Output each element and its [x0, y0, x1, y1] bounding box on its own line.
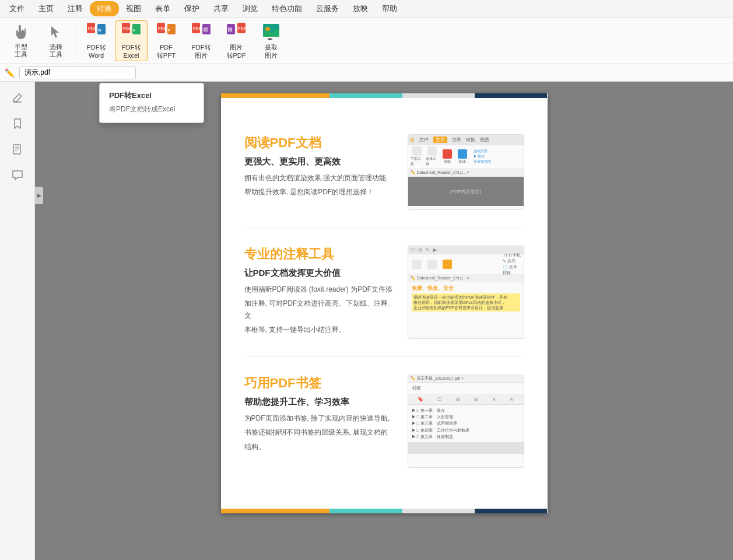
select-tool-button[interactable]: 选择 工具 — [40, 20, 72, 61]
dropdown-title: PDF转Excel — [100, 88, 204, 103]
hand-tool-icon — [10, 23, 31, 43]
dropdown-description: 将PDF文档转成Excel — [100, 103, 204, 118]
pdf-to-excel-button[interactable]: PDF → X PDF转 Excel — [115, 20, 148, 61]
section-annotate-text2: 加注释, 可对PDF文档进行高亮、下划线、注释、文 — [244, 298, 402, 321]
image-to-pdf-label: 图片 转PDF — [227, 44, 246, 59]
section-bookmark-subtitle: 帮助您提升工作、学习效率 — [244, 397, 402, 408]
pdf-section-read: 阅读PDF文档 更强大、更实用、更高效 拥有出色的文档渲染效果,强大的页面管理功… — [244, 134, 524, 210]
pdf-section-annotate: 专业的注释工具 让PDF文档发挥更大价值 使用福昕PDF阅读器 (foxit r… — [244, 246, 524, 339]
section-annotate-subtitle: 让PDF文档发挥更大价值 — [244, 268, 402, 279]
menu-bar: 文件 主页 注释 转换 视图 表单 保护 共享 浏览 特色功能 云服务 放映 帮… — [0, 0, 733, 18]
svg-rect-28 — [13, 145, 20, 154]
section-read-title: 阅读PDF文档 — [244, 134, 402, 152]
left-sidebar — [0, 82, 35, 560]
menu-browse[interactable]: 浏览 — [236, 1, 265, 16]
svg-text:W: W — [98, 29, 101, 32]
toolbar: 手型 工具 选择 工具 PDF → W PDF转 Wo — [0, 18, 733, 64]
pdf-divider-2 — [244, 356, 524, 357]
pdf-to-excel-icon: PDF → X — [121, 22, 142, 43]
svg-text:🖼: 🖼 — [203, 27, 208, 33]
menu-share[interactable]: 共享 — [206, 1, 236, 16]
pdf-divider-1 — [244, 228, 524, 228]
menu-file[interactable]: 文件 — [2, 1, 31, 16]
pdf-bottom-bar — [221, 509, 548, 513]
pdf-viewer[interactable]: 阅读PDF文档 更强大、更实用、更高效 拥有出色的文档渲染效果,强大的页面管理功… — [35, 82, 733, 560]
pdf-thumbnail-read: G 文件主页注释转换视图 手型工具 选择工具 剪辑 — [408, 134, 524, 210]
section-bookmark-text1: 为PDF页面添加书签, 除了实现内容的快速导航, — [244, 412, 402, 424]
pdf-to-ppt-svg: PDF → P — [156, 22, 177, 43]
svg-text:🖼: 🖼 — [227, 27, 232, 33]
svg-text:X: X — [133, 29, 135, 32]
hand-svg — [13, 24, 29, 40]
menu-view[interactable]: 视图 — [119, 1, 148, 16]
pdf-color-bar — [221, 93, 548, 98]
select-svg — [48, 24, 64, 40]
pdf-to-image-svg: PDF → 🖼 — [191, 22, 212, 43]
svg-text:P: P — [168, 29, 170, 32]
menu-slideshow[interactable]: 放映 — [346, 1, 375, 16]
pdf-to-word-icon: PDF → W — [86, 22, 107, 43]
extract-image-svg — [261, 22, 282, 43]
sidebar-page-icon[interactable] — [6, 138, 29, 161]
pdf-thumbnail-bookmark: ✏️ 员工手册_20120917.pdf × 书签 🔖☐⊞⊟AA' ▶ □ 第一… — [408, 374, 524, 468]
sidebar-bookmark-icon[interactable] — [6, 112, 29, 135]
extract-image-label: 提取 图片 — [265, 44, 278, 59]
dropdown-tooltip: PDF转Excel 将PDF文档转成Excel — [99, 83, 204, 123]
filename-input[interactable] — [19, 66, 136, 79]
section-read-text1: 拥有出色的文档渲染效果,强大的页面管理功能, — [244, 172, 402, 184]
pdf-to-word-button[interactable]: PDF → W PDF转 Word — [80, 20, 113, 61]
section-bookmark-text3: 结构。 — [244, 441, 402, 453]
menu-form[interactable]: 表单 — [148, 1, 177, 16]
color-bar-teal — [329, 93, 402, 98]
image-to-pdf-svg: 🖼 → PDF — [226, 22, 247, 43]
svg-text:PDF: PDF — [238, 27, 247, 31]
pdf-to-word-label: PDF转 Word — [87, 44, 106, 59]
menu-annotate[interactable]: 注释 — [61, 1, 90, 16]
section-annotate-text3: 本框等, 支持一键导出小结注释。 — [244, 324, 402, 335]
menu-protect[interactable]: 保护 — [177, 1, 206, 16]
extract-image-button[interactable]: 提取 图片 — [255, 20, 287, 61]
sidebar-collapse-arrow[interactable]: ▶ — [35, 187, 43, 204]
select-tool-icon — [45, 23, 66, 43]
menu-features[interactable]: 特色功能 — [265, 1, 309, 16]
pdf-to-image-button[interactable]: PDF → 🖼 PDF转 图片 — [185, 20, 218, 61]
pdf-to-image-label: PDF转 图片 — [192, 44, 211, 59]
pdf-to-image-icon: PDF → 🖼 — [191, 22, 212, 43]
hand-tool-label: 手型 工具 — [15, 43, 27, 58]
pdf-to-ppt-icon: PDF → P — [156, 22, 177, 43]
pdf-to-ppt-button[interactable]: PDF → P PDF 转PPT — [150, 20, 183, 61]
section-read-text2: 帮助提升效率, 是您阅读PDF的理想选择！ — [244, 186, 402, 198]
section-bookmark-text2: 书签还能指明不同书签的层级关系, 展现文档的 — [244, 426, 402, 438]
hand-tool-button[interactable]: 手型 工具 — [5, 20, 37, 61]
menu-home[interactable]: 主页 — [31, 1, 61, 16]
bottom-bar-orange — [221, 509, 330, 513]
sidebar-comment-icon[interactable] — [6, 163, 29, 187]
pdf-thumbnail-annotate: ☐ ⊞ ✎ ▶ — [408, 246, 524, 339]
section-bookmark-title: 巧用PDF书签 — [244, 374, 402, 392]
pdf-to-excel-svg: PDF → X — [121, 22, 142, 43]
section-annotate-title: 专业的注释工具 — [244, 246, 402, 263]
edit-icon: ✏️ — [5, 68, 15, 78]
bottom-bar-gray — [402, 509, 475, 513]
menu-help[interactable]: 帮助 — [375, 1, 404, 16]
extract-image-icon — [261, 22, 282, 43]
image-to-pdf-button[interactable]: 🖼 → PDF 图片 转PDF — [220, 20, 252, 61]
address-bar: ✏️ — [0, 64, 733, 82]
image-to-pdf-icon: 🖼 → PDF — [226, 22, 247, 43]
pdf-section-bookmark: 巧用PDF书签 帮助您提升工作、学习效率 为PDF页面添加书签, 除了实现内容的… — [244, 374, 524, 468]
sidebar-edit-icon[interactable] — [6, 86, 29, 110]
section-annotate-text1: 使用福昕PDF阅读器 (foxit reader) 为PDF文件添 — [244, 284, 402, 295]
pdf-to-excel-label: PDF转 Excel — [122, 44, 141, 59]
pdf-page: 阅读PDF文档 更强大、更实用、更高效 拥有出色的文档渲染效果,强大的页面管理功… — [221, 93, 548, 513]
color-bar-orange — [221, 93, 330, 98]
select-tool-label: 选择 工具 — [50, 43, 62, 58]
menu-convert[interactable]: 转换 — [90, 1, 119, 16]
bottom-bar-navy — [475, 509, 547, 513]
pdf-to-ppt-label: PDF 转PPT — [157, 44, 176, 59]
toolbar-separator-1 — [76, 23, 76, 58]
color-bar-navy — [475, 93, 547, 98]
bottom-bar-teal — [329, 509, 402, 513]
menu-cloud[interactable]: 云服务 — [309, 1, 346, 16]
pdf-to-word-svg: PDF → W — [86, 22, 107, 43]
color-bar-gray — [402, 93, 475, 98]
